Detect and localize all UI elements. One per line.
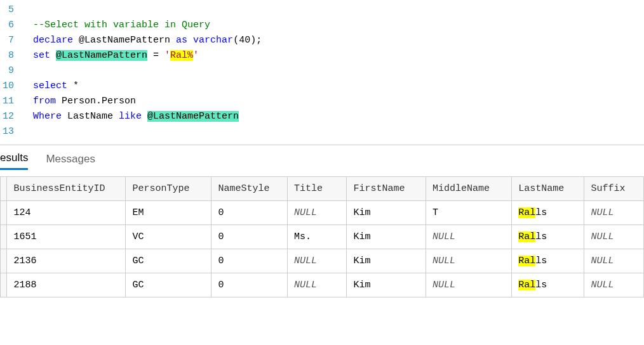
code-token: Ral% — [170, 50, 193, 61]
null-value: NULL — [591, 256, 614, 266]
code-token: @LastNamePattern — [79, 35, 170, 46]
code-token: set — [33, 50, 50, 61]
table-cell[interactable]: 0 — [211, 249, 287, 273]
table-cell[interactable]: 0 — [211, 201, 287, 225]
code-line[interactable]: --Select with variable in Query — [19, 18, 644, 33]
code-line[interactable]: declare @LastNamePattern as varchar(40); — [19, 33, 644, 48]
column-header[interactable]: NameStyle — [211, 177, 287, 201]
table-cell[interactable]: T — [426, 201, 512, 225]
code-token: @LastNamePattern — [56, 50, 147, 61]
highlight-match: Ral — [518, 207, 535, 218]
line-number: 11 — [0, 94, 14, 109]
code-token: Where — [33, 111, 62, 122]
code-line[interactable]: from Person.Person — [19, 94, 644, 109]
table-row[interactable]: 1651VC0Ms.KimNULLRallsNULL — [1, 225, 644, 249]
highlight-match: Ral — [518, 280, 535, 290]
table-cell[interactable]: Kim — [347, 249, 426, 273]
row-header-blank — [1, 177, 7, 201]
table-cell[interactable]: NULL — [584, 201, 644, 225]
code-line[interactable] — [19, 3, 644, 18]
table-cell[interactable]: NULL — [287, 273, 347, 297]
null-value: NULL — [433, 280, 455, 290]
column-header[interactable]: BusinessEntityID — [7, 177, 126, 201]
code-editor[interactable]: 5678910111213 --Select with variable in … — [0, 0, 644, 140]
table-row[interactable]: 2188GC0NULLKimNULLRallsNULL — [1, 273, 644, 297]
table-cell[interactable]: 2136 — [7, 249, 126, 273]
results-grid[interactable]: BusinessEntityIDPersonTypeNameStyleTitle… — [0, 176, 644, 297]
code-token: select — [33, 81, 67, 91]
null-value: NULL — [433, 256, 455, 266]
tab-messages[interactable]: Messages — [46, 153, 95, 169]
code-token: varchar — [193, 35, 233, 46]
tab-results[interactable]: esults — [0, 152, 28, 170]
table-cell[interactable]: Ralls — [512, 273, 584, 297]
table-cell[interactable]: Kim — [347, 225, 426, 249]
code-token — [187, 35, 193, 46]
null-value: NULL — [294, 280, 317, 290]
table-cell[interactable]: EM — [126, 201, 211, 225]
code-token: ' — [193, 50, 199, 61]
table-cell[interactable]: NULL — [426, 225, 512, 249]
code-line[interactable]: Where LastName like @LastNamePattern — [19, 109, 644, 124]
column-header[interactable]: PersonType — [126, 177, 211, 201]
code-token: LastName — [62, 111, 119, 122]
line-number: 10 — [0, 79, 14, 94]
table-cell[interactable]: Ralls — [512, 225, 584, 249]
column-header[interactable]: Suffix — [584, 177, 644, 201]
table-cell[interactable]: NULL — [287, 249, 347, 273]
table-cell[interactable]: NULL — [426, 249, 512, 273]
line-number: 8 — [0, 48, 14, 63]
column-header[interactable]: FirstName — [347, 177, 426, 201]
results-header-row: BusinessEntityIDPersonTypeNameStyleTitle… — [1, 177, 644, 201]
table-cell[interactable]: NULL — [584, 273, 644, 297]
code-line[interactable]: set @LastNamePattern = 'Ral%' — [19, 48, 644, 63]
table-cell[interactable]: Ralls — [512, 201, 584, 225]
table-cell[interactable]: 0 — [211, 273, 287, 297]
table-row[interactable]: 124EM0NULLKimTRallsNULL — [1, 201, 644, 225]
line-number: 6 — [0, 18, 14, 33]
null-value: NULL — [591, 207, 614, 218]
code-line[interactable] — [19, 63, 644, 79]
code-token: from — [33, 96, 56, 107]
code-token — [50, 50, 56, 61]
code-token — [73, 35, 79, 46]
table-cell[interactable]: 1651 — [7, 225, 126, 249]
column-header[interactable]: LastName — [512, 177, 584, 201]
code-token: declare — [33, 35, 73, 46]
table-cell[interactable]: VC — [126, 225, 211, 249]
table-cell[interactable]: Ralls — [512, 249, 584, 273]
table-cell[interactable]: 2188 — [7, 273, 126, 297]
table-cell[interactable]: GC — [126, 249, 211, 273]
table-cell[interactable]: NULL — [287, 201, 347, 225]
code-area[interactable]: --Select with variable in Querydeclare @… — [19, 3, 644, 140]
null-value: NULL — [591, 231, 614, 242]
column-header[interactable]: Title — [287, 177, 347, 201]
table-cell[interactable]: Kim — [347, 201, 426, 225]
code-token: * — [67, 81, 79, 91]
code-token — [142, 111, 147, 122]
code-line[interactable]: select * — [19, 79, 644, 94]
table-cell[interactable]: GC — [126, 273, 211, 297]
row-selector[interactable] — [1, 273, 7, 297]
row-selector[interactable] — [1, 201, 7, 225]
table-row[interactable]: 2136GC0NULLKimNULLRallsNULL — [1, 249, 644, 273]
line-number: 13 — [0, 124, 14, 140]
line-number: 9 — [0, 63, 14, 79]
table-cell[interactable]: Kim — [347, 273, 426, 297]
code-token: ); — [250, 35, 262, 46]
table-cell[interactable]: NULL — [584, 249, 644, 273]
row-selector[interactable] — [1, 225, 7, 249]
highlight-match: Ral — [518, 231, 535, 242]
line-gutter: 5678910111213 — [0, 3, 19, 140]
code-line[interactable] — [19, 124, 644, 140]
line-number: 12 — [0, 109, 14, 124]
table-cell[interactable]: NULL — [426, 273, 512, 297]
column-header[interactable]: MiddleName — [426, 177, 512, 201]
table-cell[interactable]: NULL — [584, 225, 644, 249]
table-cell[interactable]: Ms. — [287, 225, 347, 249]
table-cell[interactable]: 0 — [211, 225, 287, 249]
row-selector[interactable] — [1, 249, 7, 273]
code-token: --Select with variable in Query — [33, 20, 210, 30]
code-token: like — [119, 111, 142, 122]
table-cell[interactable]: 124 — [7, 201, 126, 225]
